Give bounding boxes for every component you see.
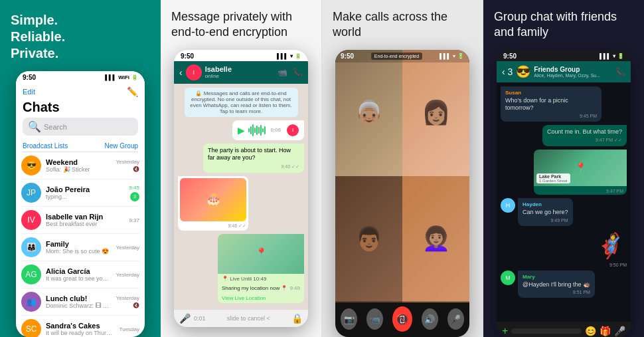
group-info: Friends Group Alice, Hayden, Mary, Ozzy,… xyxy=(534,66,600,78)
wave-bar xyxy=(254,128,256,133)
image-placeholder: 🎂 xyxy=(180,178,246,221)
hayden-message-row: H Hayden Can we go here? 9:49 PM xyxy=(501,198,627,226)
chat-meta: Tuesday xyxy=(120,326,139,332)
video-button[interactable]: 📹 xyxy=(366,308,383,330)
sticker-icon[interactable]: 🎁 xyxy=(600,326,611,336)
view-location-button[interactable]: View Live Location xyxy=(218,292,304,303)
group-chat-phone: 9:50 ▌▌▌ ▾ 🔋 ‹ 3 😎 Friends Group Alice, … xyxy=(497,50,631,337)
chats-nav: Edit ✏️ Chats 🔍 Search Broadcast Lists N… xyxy=(16,82,145,152)
list-item[interactable]: JP João Pereira typing... 9:45 3 xyxy=(21,179,139,207)
contact-info: Isabelle online xyxy=(205,65,232,79)
avatar: 😎 xyxy=(21,156,41,175)
broadcast-label[interactable]: Broadcast Lists xyxy=(23,142,68,150)
audio-waveform xyxy=(248,124,266,137)
location-card: 📍 Lake Park 1 Garden Street 9:47 PM xyxy=(534,150,627,195)
sticker-time: 9:50 PM xyxy=(594,263,627,267)
chat-preview: It was great to see you! Let's catch up … xyxy=(46,275,112,282)
chat-name: Lunch club! xyxy=(46,294,112,302)
group-header-actions: 📞 xyxy=(615,67,625,76)
chat-preview: Sofia: 🎉 Sticker xyxy=(46,166,112,173)
back-icon[interactable]: ‹ xyxy=(179,67,183,78)
status-time-3: 9:50 xyxy=(341,53,354,60)
list-item[interactable]: 👥 Lunch club! Dominic Schwarz: 🎞 GIF Yes… xyxy=(21,288,139,316)
location-address: 1 Garden Street xyxy=(539,179,568,183)
group-header: ‹ 3 😎 Friends Group Alice, Hayden, Mary,… xyxy=(497,61,631,82)
group-chat-body: Susan Who's down for a picnic tomorrow? … xyxy=(497,82,631,322)
panel-3: Make calls across the world 9:50 End-to-… xyxy=(322,0,483,337)
new-group-button[interactable]: New Group xyxy=(104,142,138,150)
battery-icon: 🔋 xyxy=(617,53,624,59)
hayden-avatar: H xyxy=(501,198,515,213)
panel-1: Simple.Reliable.Private. 9:50 ▌▌▌ WiFi 🔋… xyxy=(0,0,161,337)
contact-name: Isabelle xyxy=(205,65,232,73)
avatar: AG xyxy=(21,265,41,284)
list-item[interactable]: 😎 Weekend Sofia: 🎉 Sticker Yesterday 🔇 xyxy=(21,152,139,179)
end-call-button[interactable]: 📵 xyxy=(392,306,412,332)
avatar: 👥 xyxy=(21,292,41,312)
person-icon-3: 👨🏾 xyxy=(355,225,384,253)
mic-icon[interactable]: 🎤 xyxy=(179,313,191,324)
chats-title: Chats xyxy=(23,100,138,118)
chat-name: João Pereira xyxy=(46,185,124,193)
chat-preview: It will be ready on Thursday! xyxy=(46,330,115,336)
speaker-button[interactable]: 🔊 xyxy=(422,308,438,330)
chat-preview: Best breakfast ever xyxy=(46,221,124,227)
person-4: 👩🏽‍🦱 xyxy=(402,176,469,302)
location-name-badge: Lake Park 1 Garden Street xyxy=(536,173,570,183)
group-message-input[interactable] xyxy=(511,328,582,334)
camera-button[interactable]: 📷 xyxy=(341,308,357,330)
battery-icon: 🔋 xyxy=(131,74,138,80)
sticker-bubble: 🦸 9:50 PM xyxy=(594,229,627,267)
mary-message-row: M Mary @Hayden I'll bring the 🦔 9:51 PM xyxy=(501,271,627,298)
sender-avatar: I xyxy=(287,124,299,136)
video-grid: 👵🏽 👩🏽 👨🏾 👩🏽‍🦱 xyxy=(335,50,469,302)
call-icon[interactable]: 📞 xyxy=(293,68,303,77)
lock-swipe-icon: 🔒 xyxy=(291,313,303,324)
compose-button[interactable]: ✏️ xyxy=(127,86,138,97)
video-call-icon[interactable]: 📹 xyxy=(278,68,287,77)
play-icon[interactable]: ▶ xyxy=(238,125,245,136)
sender-name: Hayden xyxy=(523,201,568,207)
chat-time: Yesterday xyxy=(116,295,139,301)
panel-2-headline: Message privately with end-to-end encryp… xyxy=(171,9,311,41)
message-time: 9:49 PM xyxy=(523,218,568,223)
list-item[interactable]: 👨‍👩‍👧 Family Mom: She is so cute 😍 Yeste… xyxy=(21,234,139,261)
wifi-icon: WiFi xyxy=(118,74,129,80)
search-bar[interactable]: 🔍 Search xyxy=(23,118,138,136)
audio-duration: 0:06 xyxy=(270,127,281,133)
emoji-icon[interactable]: 😊 xyxy=(585,326,596,336)
audio-bubble: ▶ 0:06 I xyxy=(232,120,304,140)
list-item[interactable]: SC Sandra's Cakes It will be ready on Th… xyxy=(21,316,139,337)
back-icon[interactable]: ‹ 3 xyxy=(502,66,513,77)
mute-icon: 🔇 xyxy=(133,302,139,308)
chat-name: Alicia García xyxy=(46,267,112,275)
battery-icon: 🔋 xyxy=(295,53,301,59)
list-item[interactable]: IV Isabelle van Rijn Best breakfast ever… xyxy=(21,207,139,234)
system-message-text: Messages and calls are end-to-end encryp… xyxy=(190,90,291,114)
e2e-badge: End-to-end encrypted xyxy=(371,53,422,60)
mute-button[interactable]: 🎤 xyxy=(447,308,464,330)
chat-info: João Pereira typing... xyxy=(46,185,124,200)
bubble-time: 9:46 ✓✓ xyxy=(180,223,246,229)
chat-list: 😎 Weekend Sofia: 🎉 Sticker Yesterday 🔇 J… xyxy=(16,152,145,337)
person-icon-4: 👩🏽‍🦱 xyxy=(422,225,451,253)
mic-icon[interactable]: 🎤 xyxy=(614,326,625,336)
chat-info: Family Mom: She is so cute 😍 xyxy=(46,240,112,255)
edit-button[interactable]: Edit xyxy=(23,88,35,96)
chat-time: Yesterday xyxy=(116,159,139,165)
call-icon[interactable]: 📞 xyxy=(615,67,625,76)
group-name: Friends Group xyxy=(534,66,600,73)
search-placeholder: Search xyxy=(44,123,67,131)
wave-bar xyxy=(256,126,258,135)
wifi-icon: ▾ xyxy=(453,53,455,59)
message-time: 9:47 PM ✓✓ xyxy=(547,138,622,143)
location-pin-icon: 📍 xyxy=(256,248,267,259)
lock-icon: 🔒 xyxy=(195,90,202,96)
status-icons-4: ▌▌▌ ▾ 🔋 xyxy=(600,53,624,59)
list-item[interactable]: AG Alicia García It was great to see you… xyxy=(21,261,139,288)
mary-avatar: M xyxy=(501,271,515,285)
slide-to-cancel: slide to cancel < xyxy=(209,315,288,322)
add-icon[interactable]: + xyxy=(502,325,508,337)
panel-4: Group chat with friends and family 9:50 … xyxy=(483,0,644,337)
input-time: 0:01 xyxy=(194,315,206,322)
